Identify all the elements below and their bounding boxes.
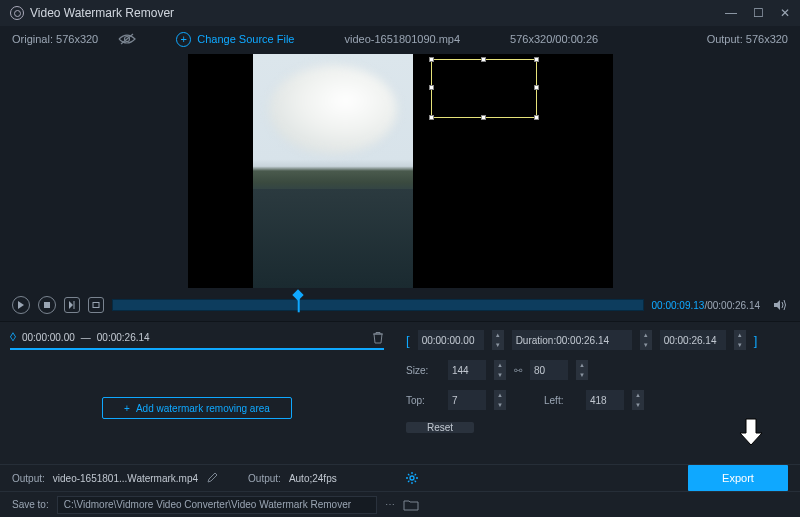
saveto-label: Save to: — [12, 499, 49, 510]
browse-path-icon[interactable]: ⋯ — [385, 499, 395, 510]
close-icon[interactable]: ✕ — [780, 6, 790, 20]
timeline-time: 00:00:09.13/00:00:26.14 — [652, 300, 760, 311]
video-canvas[interactable] — [188, 54, 613, 288]
export-button[interactable]: Export — [688, 465, 788, 491]
plus-circle-icon: + — [176, 32, 191, 47]
duration-spinner[interactable]: ▲▼ — [640, 330, 652, 350]
timeline-slider[interactable] — [112, 297, 644, 313]
info-bar: Original: 576x320 + Change Source File v… — [0, 26, 800, 52]
svg-rect-5 — [74, 301, 75, 309]
preview-toggle-icon[interactable] — [118, 33, 136, 45]
size-row: Size: 144 ▲▼ ⚯ 80 ▲▼ — [406, 360, 788, 380]
video-preview — [0, 52, 800, 289]
app-logo-icon — [10, 6, 24, 20]
svg-marker-4 — [69, 301, 73, 309]
lower-panel: ◊ 00:00:00.00 — 00:00:26.14 + Add waterm… — [0, 321, 800, 431]
output-fmt-value: Auto;24fps — [289, 473, 337, 484]
output-file-label: Output: — [12, 473, 45, 484]
svg-point-8 — [410, 476, 414, 480]
source-filename: video-1651801090.mp4 — [344, 33, 460, 45]
size-height-input[interactable]: 80 — [530, 360, 568, 380]
left-input[interactable]: 418 — [586, 390, 624, 410]
output-fmt-label: Output: — [248, 473, 281, 484]
tutorial-arrow-icon — [738, 417, 764, 447]
size-width-spinner[interactable]: ▲▼ — [494, 360, 506, 380]
range-end-spinner[interactable]: ▲▼ — [734, 330, 746, 350]
stop-button[interactable] — [38, 296, 56, 314]
svg-rect-3 — [44, 302, 50, 308]
size-height-spinner[interactable]: ▲▼ — [576, 360, 588, 380]
size-label: Size: — [406, 365, 440, 376]
range-end-input[interactable]: 00:00:26.14 — [660, 330, 726, 350]
controls-pane: [ 00:00:00.00 ▲▼ Duration:00:00:26.14 ▲▼… — [394, 322, 800, 431]
output-dim-label: Output: 576x320 — [707, 33, 788, 45]
add-watermark-area-button[interactable]: + Add watermark removing area — [102, 397, 292, 419]
segment-dash: — — [81, 332, 91, 343]
play-bar: 00:00:09.13/00:00:26.14 — [0, 289, 800, 321]
top-label: Top: — [406, 395, 440, 406]
svg-rect-6 — [93, 303, 99, 308]
svg-marker-2 — [18, 301, 24, 309]
range-start-spinner[interactable]: ▲▼ — [492, 330, 504, 350]
add-area-label: Add watermark removing area — [136, 403, 270, 414]
footer: Output: video-1651801...Watermark.mp4 Ou… — [0, 464, 800, 517]
original-label: Original: 576x320 — [12, 33, 98, 45]
plus-icon: + — [124, 403, 130, 414]
aspect-lock-icon[interactable]: ⚯ — [514, 365, 522, 376]
segment-marker-icon: ◊ — [10, 330, 16, 344]
segment-row[interactable]: ◊ 00:00:00.00 — 00:00:26.14 — [10, 330, 384, 344]
change-source-label: Change Source File — [197, 33, 294, 45]
saveto-path-input[interactable]: C:\Vidmore\Vidmore Video Converter\Video… — [57, 496, 377, 514]
window-controls: — ☐ ✕ — [725, 6, 790, 20]
minimize-icon[interactable]: — — [725, 6, 737, 20]
app-title: Video Watermark Remover — [30, 6, 174, 20]
position-row: Top: 7 ▲▼ Left: 418 ▲▼ — [406, 390, 788, 410]
segment-start: 00:00:00.00 — [22, 332, 75, 343]
play-button[interactable] — [12, 296, 30, 314]
watermark-selection-box[interactable] — [431, 59, 537, 118]
change-source-button[interactable]: + Change Source File — [176, 32, 294, 47]
output-settings-icon[interactable] — [405, 471, 419, 485]
size-width-input[interactable]: 144 — [448, 360, 486, 380]
snapshot-button[interactable] — [88, 297, 104, 313]
titlebar: Video Watermark Remover — ☐ ✕ — [0, 0, 800, 26]
delete-segment-icon[interactable] — [372, 331, 384, 344]
saveto-row: Save to: C:\Vidmore\Vidmore Video Conver… — [0, 491, 800, 517]
open-folder-icon[interactable] — [403, 499, 419, 511]
source-dim-time: 576x320/00:00:26 — [510, 33, 598, 45]
maximize-icon[interactable]: ☐ — [753, 6, 764, 20]
reset-button[interactable]: Reset — [406, 422, 474, 433]
range-start-bracket-icon[interactable]: [ — [406, 333, 410, 348]
range-end-bracket-icon[interactable]: ] — [754, 333, 758, 348]
range-row: [ 00:00:00.00 ▲▼ Duration:00:00:26.14 ▲▼… — [406, 330, 788, 350]
range-start-input[interactable]: 00:00:00.00 — [418, 330, 484, 350]
volume-icon[interactable] — [774, 299, 788, 311]
segments-pane: ◊ 00:00:00.00 — 00:00:26.14 + Add waterm… — [0, 322, 394, 431]
left-spinner[interactable]: ▲▼ — [632, 390, 644, 410]
rename-output-icon[interactable] — [206, 472, 218, 484]
left-label: Left: — [544, 395, 578, 406]
svg-marker-7 — [774, 300, 780, 310]
segment-track[interactable] — [10, 348, 384, 350]
top-input[interactable]: 7 — [448, 390, 486, 410]
duration-input[interactable]: Duration:00:00:26.14 — [512, 330, 632, 350]
segment-end: 00:00:26.14 — [97, 332, 150, 343]
top-spinner[interactable]: ▲▼ — [494, 390, 506, 410]
output-row: Output: video-1651801...Watermark.mp4 Ou… — [0, 465, 800, 491]
output-file-name: video-1651801...Watermark.mp4 — [53, 473, 198, 484]
step-fwd-button[interactable] — [64, 297, 80, 313]
